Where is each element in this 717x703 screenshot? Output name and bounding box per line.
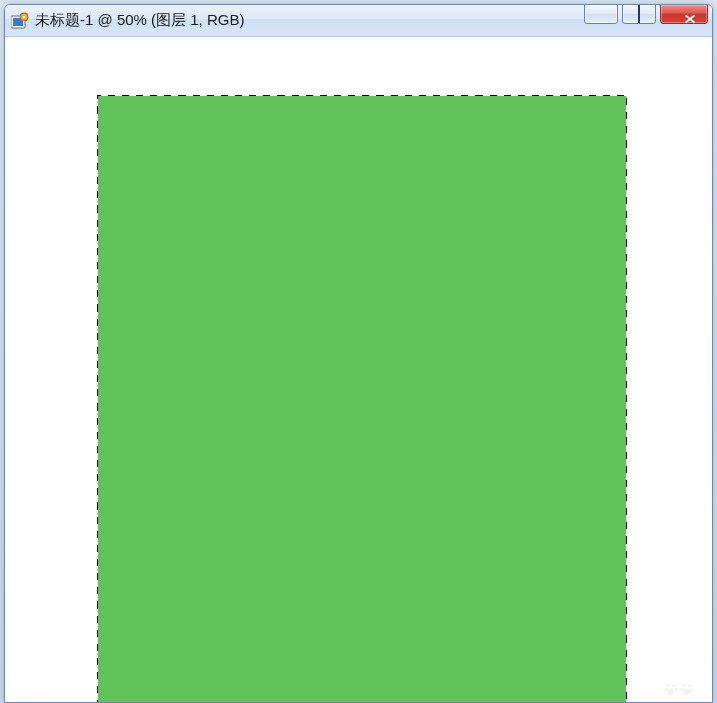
caption-buttons	[584, 4, 708, 24]
maximize-button[interactable]	[622, 4, 656, 24]
svg-point-13	[684, 689, 691, 695]
titlebar[interactable]: 未标题-1 @ 50% (图层 1, RGB)	[5, 5, 712, 37]
paw-icon	[680, 682, 694, 696]
canvas-area[interactable]	[5, 37, 712, 702]
svg-point-6	[665, 688, 668, 691]
close-button[interactable]	[660, 4, 708, 24]
svg-point-8	[668, 689, 675, 695]
svg-point-4	[667, 684, 670, 687]
window-frame: 未标题-1 @ 50% (图层 1, RGB)	[4, 4, 713, 703]
svg-point-7	[675, 688, 678, 691]
svg-point-11	[681, 688, 684, 691]
svg-point-3	[23, 15, 26, 18]
maximize-icon	[638, 6, 640, 22]
watermark	[664, 682, 694, 696]
app-icon	[11, 12, 29, 30]
svg-point-9	[683, 684, 686, 687]
minimize-button[interactable]	[584, 4, 618, 24]
svg-point-10	[688, 684, 691, 687]
window-title: 未标题-1 @ 50% (图层 1, RGB)	[35, 11, 244, 30]
svg-point-12	[691, 688, 694, 691]
canvas-selection[interactable]	[97, 95, 627, 702]
paw-icon	[664, 682, 678, 696]
svg-point-5	[672, 684, 675, 687]
